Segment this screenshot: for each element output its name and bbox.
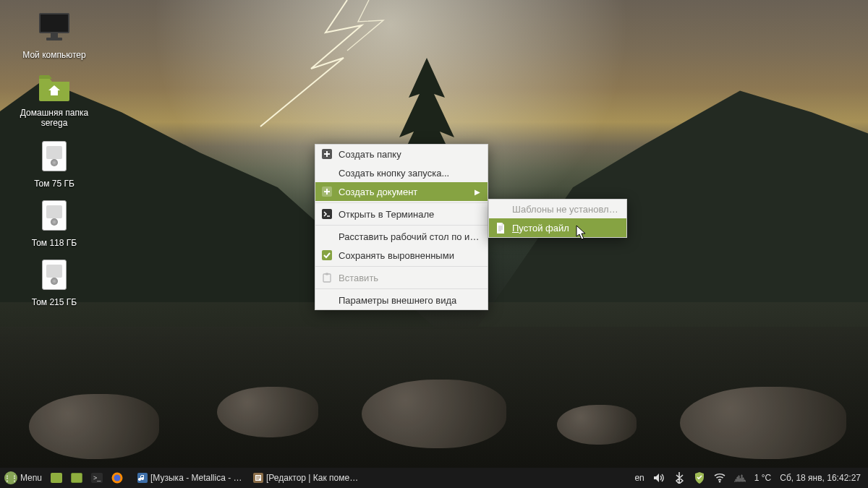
weather-label: 1 °C	[754, 473, 771, 483]
desktop-context-menu: Создать папку Создать кнопку запуска... …	[315, 144, 488, 310]
svg-rect-10	[326, 273, 328, 275]
files-icon	[71, 473, 82, 483]
desktop-area[interactable]: Мой компьютер Домашняя папка serega Том …	[0, 0, 868, 468]
menu-item-label: Вставить	[339, 273, 480, 283]
icon-label: Том 75 ГБ	[32, 178, 77, 189]
svg-rect-3	[51, 33, 58, 38]
menu-item-create-launcher[interactable]: Создать кнопку запуска...	[315, 163, 488, 182]
menu-item-label: Пустой файл	[512, 223, 619, 234]
create-document-submenu: Шаблоны не установлены Пустой файл	[488, 199, 627, 238]
menu-label: Menu	[20, 473, 42, 483]
menu-item-appearance[interactable]: Параметры внешнего вида	[315, 291, 488, 309]
menu-item-label: Создать документ	[339, 187, 469, 197]
icon-label: Том 215 ГБ	[30, 296, 79, 308]
menu-item-paste: Вставить	[315, 268, 488, 287]
firefox-icon	[111, 472, 123, 484]
task-label: [Редактор | Как поменять …	[266, 473, 360, 483]
menu-item-open-terminal[interactable]: Открыть в Терминале	[315, 205, 488, 223]
launcher-firefox[interactable]	[107, 468, 127, 488]
computer-icon	[37, 10, 72, 45]
clock-label: Сб, 18 янв, 16:42:27	[780, 473, 861, 483]
desktop-icon-home[interactable]: Домашняя папка serega	[14, 69, 94, 129]
menu-item-label: Шаблоны не установлены	[512, 204, 619, 215]
plus-icon	[321, 186, 333, 197]
menu-separator	[315, 288, 488, 289]
desktop-icon-volume-75[interactable]: Том 75 ГБ	[14, 139, 94, 189]
submenu-arrow-icon: ▶	[475, 188, 480, 196]
svg-point-12	[114, 475, 121, 481]
show-desktop-button[interactable]	[46, 468, 67, 488]
tray-bluetooth[interactable]	[669, 468, 689, 488]
menu-item-label: Создать папку	[339, 149, 480, 160]
menu-separator	[315, 225, 488, 226]
task-music-player[interactable]: [Музыка - Metallica - 07‑P…	[133, 468, 249, 488]
show-desktop-icon	[51, 473, 62, 483]
menu-item-label: Открыть в Терминале	[339, 209, 480, 220]
menu-item-create-folder[interactable]: Создать папку	[315, 145, 488, 163]
launcher-files[interactable]	[67, 468, 87, 488]
desktop-icon-volume-118[interactable]: Том 118 ГБ	[14, 198, 94, 249]
terminal-icon: >_	[91, 473, 103, 483]
menu-button[interactable]: ⋮⋮ Menu	[0, 468, 46, 488]
submenu-item-no-templates: Шаблоны не установлены	[489, 200, 626, 218]
svg-rect-9	[323, 274, 331, 282]
tray-weather[interactable]: 1 °C	[750, 468, 775, 488]
terminal-icon	[321, 208, 333, 220]
icon-label: Домашняя папка serega	[14, 107, 94, 129]
menu-item-label: Создать кнопку запуска...	[339, 168, 480, 179]
editor-app-icon	[253, 472, 263, 484]
menu-item-keep-aligned[interactable]: Сохранять выровненными	[315, 246, 488, 265]
desktop-icon-computer[interactable]: Мой компьютер	[14, 10, 94, 61]
menu-separator	[315, 202, 488, 203]
task-text-editor[interactable]: [Редактор | Как поменять …	[249, 468, 365, 488]
menu-item-label: Расставить рабочий стол по имени	[339, 231, 480, 242]
tray-clock[interactable]: Сб, 18 янв, 16:42:27	[775, 468, 868, 488]
submenu-item-empty-file[interactable]: Пустой файл	[489, 218, 626, 237]
svg-rect-4	[46, 38, 62, 40]
menu-item-label: Сохранять выровненными	[339, 250, 480, 261]
menu-item-arrange-by-name[interactable]: Расставить рабочий стол по имени	[315, 227, 488, 246]
tray-keyboard-layout[interactable]: en	[630, 468, 648, 488]
mint-logo-icon: ⋮⋮	[4, 471, 17, 484]
svg-point-16	[719, 481, 720, 482]
launcher-terminal[interactable]: >_	[87, 468, 107, 488]
svg-rect-8	[322, 250, 332, 260]
svg-rect-2	[41, 14, 68, 32]
menu-item-label: Параметры внешнего вида	[339, 295, 480, 306]
task-label: [Музыка - Metallica - 07‑P…	[150, 473, 244, 483]
music-app-icon	[137, 472, 148, 484]
taskbar: ⋮⋮ Menu >_ [Музыка - Metallica - 07‑P… […	[0, 468, 868, 488]
tray-network[interactable]	[710, 468, 730, 488]
checkbox-checked-icon	[321, 249, 333, 261]
tray-volume[interactable]	[649, 468, 669, 488]
bluetooth-icon	[673, 472, 685, 484]
menu-item-create-document[interactable]: Создать документ ▶	[315, 182, 488, 201]
plus-icon	[321, 148, 333, 160]
drive-icon	[37, 139, 72, 174]
desktop-icon-volume-215[interactable]: Том 215 ГБ	[14, 257, 94, 308]
drive-icon	[37, 198, 72, 233]
paste-icon	[321, 272, 333, 283]
drive-icon	[37, 257, 72, 292]
shield-icon	[694, 472, 705, 484]
tray-cpu[interactable]	[730, 468, 750, 488]
volume-icon	[653, 472, 665, 484]
document-icon	[495, 222, 506, 234]
cpu-graph-icon	[734, 472, 746, 484]
tray-security[interactable]	[689, 468, 710, 488]
menu-separator	[315, 266, 488, 267]
icon-label: Том 118 ГБ	[30, 237, 79, 249]
wifi-icon	[714, 472, 726, 484]
keyboard-layout-label: en	[634, 473, 644, 483]
icon-label: Мой компьютер	[20, 49, 88, 61]
home-folder-icon	[37, 69, 72, 104]
